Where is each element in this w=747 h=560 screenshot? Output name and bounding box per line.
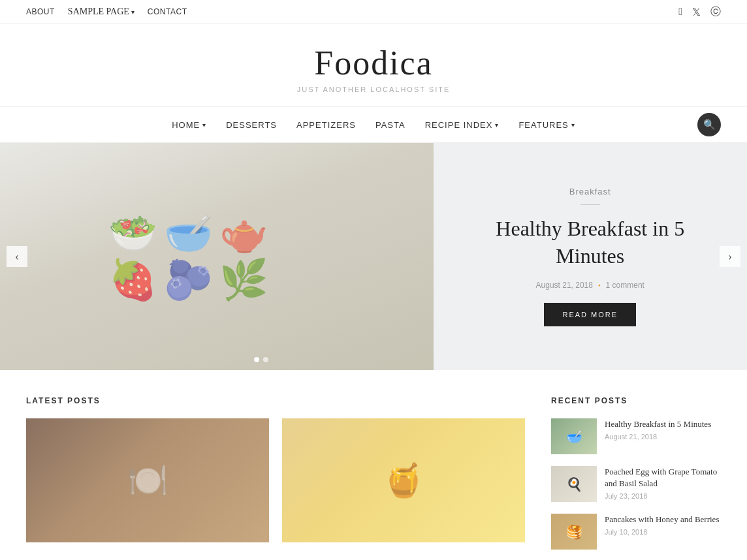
post-card-2[interactable]: 🍯	[282, 418, 525, 542]
nav-contact[interactable]: CONTACT	[148, 7, 187, 16]
recipe-chevron-icon: ▾	[495, 121, 499, 129]
social-icons:  𝕏 ⓒ	[678, 5, 721, 19]
twitter-icon[interactable]: 𝕏	[692, 6, 701, 18]
site-tagline: JUST ANOTHER LOCALHOST SITE	[0, 86, 747, 93]
hero-slider: ‹ Breakfast Healthy Breakfast in 5 Minut…	[0, 143, 747, 370]
recent-post-date-2: July 23, 2018	[605, 492, 721, 500]
search-button[interactable]: 🔍	[697, 113, 721, 136]
hero-meta: August 21, 2018 ● 1 comment	[536, 281, 644, 290]
content-area: LATEST POSTS 🍽️ 🍯 RECENT POSTS 🥣 Healthy…	[0, 370, 747, 560]
nav-features[interactable]: FEATURES ▾	[518, 120, 575, 130]
recent-post-date-3: July 10, 2018	[605, 528, 721, 536]
main-nav: HOME ▾ DESSERTS APPETIZERS PASTA RECIPE …	[0, 107, 747, 143]
latest-posts-title: LATEST POSTS	[26, 396, 525, 405]
recent-post-info-1: Healthy Breakfast in 5 Minutes August 21…	[605, 418, 721, 441]
hero-image	[0, 143, 434, 370]
features-chevron-icon: ▾	[571, 121, 575, 129]
recent-post-item-2[interactable]: 🍳 Poached Egg with Grape Tomato and Basi…	[551, 466, 721, 502]
search-icon: 🔍	[703, 119, 716, 131]
instagram-icon[interactable]: ⓒ	[710, 5, 721, 19]
nav-features-label: FEATURES	[518, 120, 568, 130]
recent-posts-title: RECENT POSTS	[551, 396, 721, 405]
nav-pasta[interactable]: PASTA	[375, 120, 405, 130]
recent-post-title-1: Healthy Breakfast in 5 Minutes	[605, 418, 721, 430]
top-bar: ABOUT SAMPLE PAGE ▾ CONTACT  𝕏 ⓒ	[0, 0, 747, 24]
recent-post-info-3: Pancakes with Honey and Berries July 10,…	[605, 514, 721, 536]
nav-recipe-index[interactable]: RECIPE INDEX ▾	[425, 120, 500, 130]
posts-grid: 🍽️ 🍯	[26, 418, 525, 542]
latest-posts-section: LATEST POSTS 🍽️ 🍯	[26, 396, 525, 560]
slider-next-button[interactable]: ›	[720, 246, 740, 267]
meta-dot: ●	[598, 283, 601, 287]
hero-divider	[580, 204, 600, 205]
recent-post-date-1: August 21, 2018	[605, 433, 721, 441]
chevron-down-icon: ▾	[131, 8, 135, 16]
hero-category: Breakfast	[569, 187, 611, 196]
hero-content: Breakfast Healthy Breakfast in 5 Minutes…	[434, 143, 747, 370]
hero-date: August 21, 2018	[536, 281, 593, 290]
post-card-1[interactable]: 🍽️	[26, 418, 269, 542]
recent-post-thumb-1: 🥣	[551, 418, 597, 454]
food-illustration	[0, 143, 434, 370]
slider-dots	[254, 357, 268, 362]
site-title[interactable]: Foodica	[0, 44, 747, 82]
recent-post-title-3: Pancakes with Honey and Berries	[605, 514, 721, 525]
recent-post-thumb-2: 🍳	[551, 466, 597, 502]
post-image-1: 🍽️	[26, 418, 269, 542]
nav-home-label: HOME	[172, 120, 200, 130]
recent-post-thumb-3: 🥞	[551, 514, 597, 550]
nav-about[interactable]: ABOUT	[26, 7, 55, 16]
recent-post-title-2: Poached Egg with Grape Tomato and Basil …	[605, 466, 721, 490]
facebook-icon[interactable]: 	[678, 6, 682, 18]
recent-posts-section: RECENT POSTS 🥣 Healthy Breakfast in 5 Mi…	[551, 396, 721, 560]
site-header: Foodica JUST ANOTHER LOCALHOST SITE	[0, 24, 747, 107]
nav-sample-page-label: SAMPLE PAGE	[68, 7, 129, 17]
read-more-button[interactable]: READ MORE	[544, 303, 636, 326]
nav-appetizers[interactable]: APPETIZERS	[296, 120, 356, 130]
recent-post-item-1[interactable]: 🥣 Healthy Breakfast in 5 Minutes August …	[551, 418, 721, 454]
nav-recipe-index-label: RECIPE INDEX	[425, 120, 493, 130]
post-image-2: 🍯	[282, 418, 525, 542]
recent-post-info-2: Poached Egg with Grape Tomato and Basil …	[605, 466, 721, 500]
hero-title: Healthy Breakfast in 5 Minutes	[460, 215, 721, 270]
slider-prev-button[interactable]: ‹	[7, 246, 27, 267]
nav-home[interactable]: HOME ▾	[172, 120, 206, 130]
recent-post-item-3[interactable]: 🥞 Pancakes with Honey and Berries July 1…	[551, 514, 721, 550]
top-nav: ABOUT SAMPLE PAGE ▾ CONTACT	[26, 7, 187, 17]
nav-desserts[interactable]: DESSERTS	[226, 120, 277, 130]
main-nav-items: HOME ▾ DESSERTS APPETIZERS PASTA RECIPE …	[172, 120, 575, 130]
slider-dot-1[interactable]	[254, 357, 259, 362]
nav-sample-page[interactable]: SAMPLE PAGE ▾	[68, 7, 135, 17]
hero-comments: 1 comment	[606, 281, 644, 290]
home-chevron-icon: ▾	[202, 121, 206, 129]
slider-dot-2[interactable]	[263, 357, 268, 362]
